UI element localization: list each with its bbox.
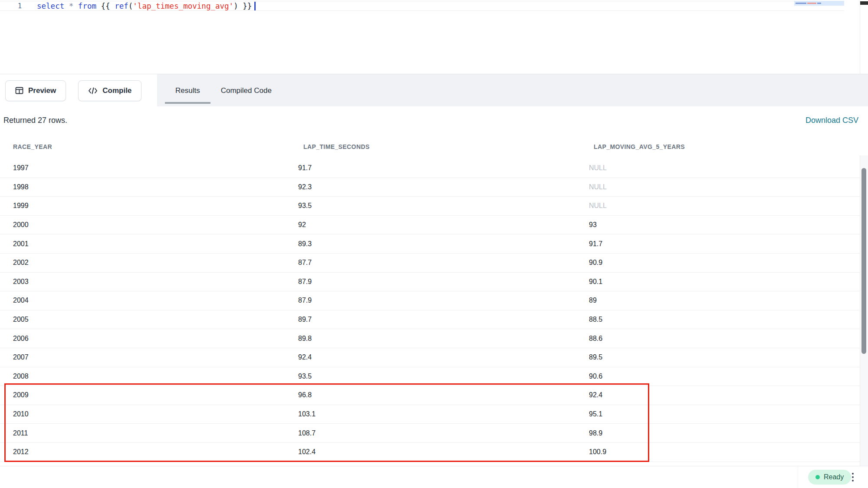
action-buttons: Preview Compile (0, 74, 157, 107)
table-cell: 100.9 (589, 448, 606, 456)
minimap-code-segment (796, 3, 806, 4)
status-badge: Ready (808, 470, 851, 485)
table-row[interactable]: 2010103.195.1 (0, 405, 868, 424)
code-line[interactable]: select * from {{ ref('lap_times_moving_a… (37, 1, 256, 11)
tab-compiled-code[interactable]: Compiled Code (210, 74, 282, 107)
table-cell: 88.6 (589, 335, 602, 343)
dbt-ide-screen: 1 select * from {{ ref('lap_times_moving… (0, 0, 868, 488)
table-cell: 90.9 (589, 259, 602, 267)
action-bar: Preview Compile ResultsCompiled Code (0, 74, 868, 107)
table-cell: 98.9 (589, 429, 602, 437)
code-token-plain (64, 2, 69, 10)
table-cell: NULL (589, 202, 607, 210)
compile-button[interactable]: Compile (78, 80, 141, 101)
code-token-operator: * (69, 2, 74, 10)
results-tabs: ResultsCompiled Code (157, 74, 868, 107)
table-cell: 91.7 (298, 164, 312, 172)
minimap-code-segment (817, 3, 821, 4)
table-cell: 108.7 (298, 429, 316, 437)
code-token-plain: ( (128, 2, 133, 10)
table-row[interactable]: 200287.790.9 (0, 254, 868, 273)
table-cell: 92.4 (589, 391, 602, 399)
table-row[interactable]: 200487.989 (0, 291, 868, 310)
editor-scrollbar[interactable] (860, 0, 868, 74)
table-cell: 103.1 (298, 410, 316, 418)
table-row[interactable]: 200387.990.1 (0, 273, 868, 292)
table-row[interactable]: 200189.391.7 (0, 234, 868, 254)
table-row[interactable]: 200893.590.6 (0, 367, 868, 386)
table-row[interactable]: 200792.489.5 (0, 348, 868, 367)
table-cell: 102.4 (298, 448, 316, 456)
table-cell: 2012 (13, 448, 29, 456)
sql-editor[interactable]: 1 select * from {{ ref('lap_times_moving… (0, 0, 868, 74)
table-cell: NULL (589, 164, 607, 172)
table-cell: 2008 (13, 373, 29, 380)
grid-scrollbar-thumb[interactable] (861, 168, 866, 354)
table-cell: 87.7 (298, 259, 312, 267)
table-cell: 2011 (13, 429, 28, 437)
results-grid: RACE_YEARLAP_TIME_SECONDSLAP_MOVING_AVG_… (0, 131, 868, 466)
table-row[interactable]: 199993.5NULL (0, 197, 868, 216)
table-row[interactable]: 200996.892.4 (0, 386, 868, 405)
table-row[interactable]: 200689.888.6 (0, 329, 868, 348)
code-tokens: select * from {{ ref('lap_times_moving_a… (37, 2, 252, 10)
text-cursor-icon (254, 2, 256, 10)
preview-button-label: Preview (28, 86, 56, 95)
table-cell: NULL (589, 183, 607, 191)
table-cell: 2005 (13, 316, 29, 323)
table-cell: 1998 (13, 183, 29, 191)
code-token-plain: ) (233, 2, 238, 10)
status-divider (798, 466, 798, 488)
table-row[interactable]: 2011108.798.9 (0, 424, 868, 443)
table-cell: 87.9 (298, 297, 312, 304)
compile-button-label: Compile (102, 86, 132, 95)
table-cell: 89.5 (589, 353, 602, 361)
table-cell: 2006 (13, 335, 29, 343)
table-cell: 2004 (13, 297, 29, 304)
table-cell: 92.4 (298, 353, 312, 361)
column-header: LAP_MOVING_AVG_5_YEARS (594, 141, 685, 153)
code-token-plain: {{ (96, 2, 115, 10)
line-number: 1 (9, 1, 22, 11)
table-cell: 92 (298, 221, 306, 229)
results-summary-bar: Returned 27 rows. Download CSV (0, 106, 868, 131)
editor-minimap[interactable] (794, 1, 844, 6)
status-bar: Ready (0, 466, 868, 488)
code-token-plain: }} (238, 2, 252, 10)
editor-scrollbar-thumb[interactable] (860, 1, 868, 5)
code-token-string: 'lap_times_moving_avg' (133, 2, 233, 10)
status-badge-label: Ready (824, 473, 844, 481)
table-row[interactable]: 199791.7NULL (0, 159, 868, 178)
table-cell: 2003 (13, 278, 29, 286)
table-cell: 89 (589, 297, 597, 304)
table-cell: 89.8 (298, 335, 312, 343)
table-cell: 89.7 (298, 316, 312, 323)
table-row[interactable]: 20009293 (0, 216, 868, 235)
table-cell: 92.3 (298, 183, 312, 191)
table-cell: 93.5 (298, 373, 312, 380)
ready-dot-icon (815, 475, 820, 479)
table-row[interactable]: 200589.788.5 (0, 310, 868, 330)
table-cell: 93 (589, 221, 597, 229)
kebab-menu-icon[interactable] (848, 471, 857, 484)
table-rows: 199791.7NULL199892.3NULL199993.5NULL2000… (0, 159, 868, 462)
table-row[interactable]: 199892.3NULL (0, 178, 868, 197)
table-row[interactable]: 2012102.4100.9 (0, 443, 868, 462)
code-icon (88, 87, 98, 94)
table-cell: 2010 (13, 410, 29, 418)
grid-scrollbar[interactable] (860, 155, 868, 466)
download-csv-link[interactable]: Download CSV (806, 115, 858, 125)
table-cell: 2001 (13, 240, 29, 248)
tab-results[interactable]: Results (165, 74, 210, 107)
table-cell: 89.3 (298, 240, 312, 248)
minimap-code-segment (807, 3, 816, 4)
table-grid-icon (15, 86, 23, 95)
table-cell: 1999 (13, 202, 29, 210)
table-cell: 2002 (13, 259, 29, 267)
table-cell: 90.1 (589, 278, 602, 286)
table-cell: 2007 (13, 353, 29, 361)
table-cell: 90.6 (589, 373, 602, 380)
preview-button[interactable]: Preview (5, 80, 66, 101)
table-cell: 96.8 (298, 391, 312, 399)
code-token-plain (73, 2, 78, 10)
